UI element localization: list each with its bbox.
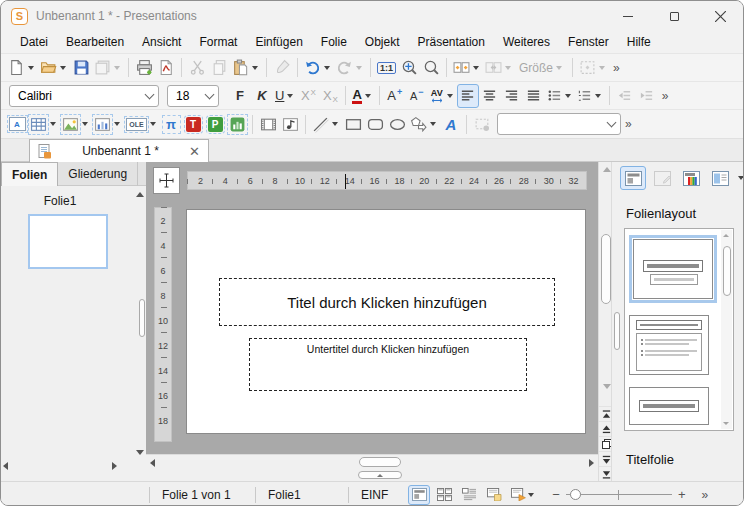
size-button[interactable]: Größe [515, 56, 568, 80]
vscroll-thumb[interactable] [601, 234, 611, 304]
numbered-list-dropdown[interactable] [595, 94, 601, 98]
zoom-slider-handle[interactable] [570, 489, 581, 500]
menu-item[interactable]: Objekt [356, 33, 409, 51]
insert-textart-button[interactable]: A [440, 112, 462, 136]
subtitle-placeholder[interactable]: Untertitel durch Klicken hinzufügen [249, 338, 527, 391]
scroll-up-icon[interactable] [723, 234, 729, 237]
underline-button[interactable]: U [273, 84, 297, 108]
slide-thumbnail[interactable] [28, 214, 108, 269]
zoom-fit-button[interactable] [398, 56, 420, 80]
slides-panel-hscrollbar[interactable] [1, 459, 119, 473]
char-spacing-dropdown[interactable] [447, 94, 453, 98]
bullet-list-button[interactable] [545, 84, 575, 108]
title-bar[interactable]: S Unbenannt 1 * - Presentations [1, 1, 743, 31]
paste-dropdown[interactable] [252, 66, 258, 70]
insert-mode-status[interactable]: EINF [349, 488, 400, 502]
slide-transition-dropdown[interactable] [473, 66, 479, 70]
menu-item[interactable]: Folie [312, 33, 356, 51]
scroll-down-icon[interactable] [723, 422, 729, 425]
menu-item[interactable]: Hilfe [618, 33, 660, 51]
cut-button[interactable] [186, 56, 208, 80]
zoom-out-button[interactable]: − [552, 487, 560, 502]
bold-button[interactable]: F [229, 84, 251, 108]
slide-transition-button[interactable] [451, 56, 483, 80]
toolbar-overflow-chevron[interactable]: » [658, 89, 672, 103]
editor-hscrollbar[interactable] [146, 454, 598, 469]
insert-chart-button[interactable] [92, 112, 124, 136]
insert-audio-button[interactable] [279, 112, 301, 136]
autoshapes-button[interactable] [408, 112, 440, 136]
paste-button[interactable] [230, 56, 262, 80]
subscript-button[interactable]: XX [319, 84, 341, 108]
tab-close-icon[interactable]: ✕ [189, 145, 200, 158]
draw-line-button[interactable] [310, 112, 342, 136]
insert-image-dropdown[interactable] [82, 122, 88, 126]
draw-rounded-rectangle-button[interactable] [364, 112, 386, 136]
search-button[interactable] [420, 56, 442, 80]
redo-dropdown[interactable] [356, 66, 362, 70]
print-button[interactable] [133, 56, 155, 80]
object-info-button[interactable] [471, 112, 493, 136]
autoshapes-dropdown[interactable] [430, 122, 436, 126]
toolbar-overflow-chevron[interactable]: » [621, 117, 635, 131]
draw-rectangle-button[interactable] [342, 112, 364, 136]
close-button[interactable] [697, 1, 743, 31]
menu-item[interactable]: Bearbeiten [57, 33, 133, 51]
menu-item[interactable]: Datei [11, 33, 57, 51]
font-color-dropdown[interactable] [365, 94, 371, 98]
insert-chart-dropdown[interactable] [114, 122, 120, 126]
insert-media-button[interactable] [257, 112, 279, 136]
menu-item[interactable]: Ansicht [133, 33, 190, 51]
start-slideshow-button[interactable] [508, 485, 538, 505]
align-left-button[interactable] [457, 84, 479, 108]
scroll-down-icon[interactable] [603, 384, 611, 389]
align-right-button[interactable] [501, 84, 523, 108]
scroll-left-icon[interactable] [150, 459, 155, 467]
undo-button[interactable] [302, 56, 334, 80]
decrease-indent-button[interactable] [614, 84, 636, 108]
draw-ellipse-button[interactable] [386, 112, 408, 136]
layout-thumbnail-titelfolie[interactable] [629, 235, 717, 303]
insert-formula-button[interactable]: π [160, 112, 182, 136]
title-placeholder[interactable]: Titel durch Klicken hinzufügen [219, 278, 555, 326]
superscript-button[interactable]: XX [297, 84, 319, 108]
object-animation-dropdown[interactable] [505, 66, 511, 70]
char-spacing-button[interactable]: AV [428, 84, 457, 108]
slide-canvas[interactable]: Titel durch Klicken hinzufügen Untertite… [186, 209, 586, 434]
open-dropdown[interactable] [60, 66, 66, 70]
menu-item[interactable]: Weiteres [494, 33, 559, 51]
grow-font-button[interactable]: A+ [384, 84, 406, 108]
scroll-down-icon[interactable] [136, 450, 144, 455]
object-animation-button[interactable] [483, 56, 515, 80]
insert-image-button[interactable] [60, 112, 92, 136]
zoom-in-button[interactable]: + [678, 487, 686, 502]
tab-gliederung[interactable]: Gliederung [58, 162, 138, 186]
insert-planmaker-chart-button[interactable] [226, 112, 248, 136]
scroll-right-icon[interactable] [589, 459, 594, 467]
notes-splitter-handle[interactable] [358, 471, 402, 479]
insert-table-button[interactable] [28, 112, 60, 136]
shrink-font-button[interactable]: A− [406, 84, 428, 108]
save-button[interactable] [70, 56, 92, 80]
draw-line-dropdown[interactable] [332, 122, 338, 126]
hscroll-thumb[interactable] [359, 457, 401, 467]
insert-ole-button[interactable]: OLE [124, 112, 160, 136]
menu-item[interactable]: Einfügen [246, 33, 311, 51]
increase-indent-button[interactable] [636, 84, 658, 108]
zoom-slider[interactable] [566, 488, 672, 502]
tab-folien[interactable]: Folien [1, 162, 58, 186]
open-button[interactable] [38, 56, 70, 80]
font-size-combobox[interactable] [167, 85, 219, 107]
insert-ole-dropdown[interactable] [150, 122, 156, 126]
zoom-original-button[interactable]: 1:1 [375, 56, 398, 80]
slide-sorter-view-button[interactable] [433, 485, 455, 505]
layout-thumbnail-title-content[interactable] [629, 315, 717, 375]
sidebar-toolbar-dropdown[interactable] [738, 176, 744, 180]
save-all-dropdown[interactable] [114, 66, 120, 70]
object-selector-input[interactable] [504, 116, 620, 132]
sidebar-master-button[interactable] [649, 166, 675, 190]
underline-dropdown[interactable] [287, 94, 293, 98]
sidebar-color-scheme-button[interactable] [678, 166, 704, 190]
minimize-button[interactable] [605, 1, 651, 31]
notes-view-button[interactable] [483, 485, 505, 505]
